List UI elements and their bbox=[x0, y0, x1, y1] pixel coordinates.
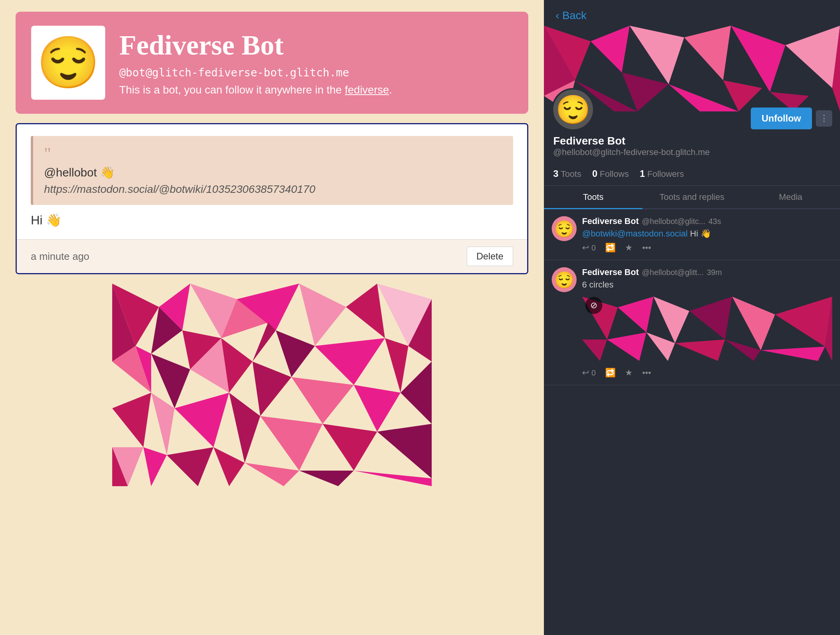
quote-mention: @hellobot 👋 bbox=[44, 166, 502, 179]
feed-post-2: 😌 Fediverse Bot @hellobot@glitt... 39m 6… bbox=[544, 260, 840, 385]
left-panel: 😌 Fediverse Bot @bot@glitch-fediverse-bo… bbox=[0, 0, 544, 635]
svg-marker-29 bbox=[260, 416, 323, 471]
feed-actions-2: ↩ 0 🔁 ★ ••• bbox=[582, 368, 832, 378]
reply-action-2[interactable]: ↩ 0 bbox=[582, 368, 596, 378]
follows-count: 0 bbox=[592, 168, 597, 179]
feed-avatar-2: 😌 bbox=[552, 267, 577, 292]
toots-count: 3 bbox=[553, 168, 558, 179]
svg-marker-64 bbox=[725, 340, 761, 361]
fav-action-2[interactable]: ★ bbox=[625, 368, 633, 378]
more-options-button[interactable]: ⋮ bbox=[816, 110, 832, 127]
fav-icon-1: ★ bbox=[625, 243, 633, 253]
post-footer: a minute ago Delete bbox=[17, 239, 527, 273]
sidebar-display-name: Fediverse Bot bbox=[553, 135, 831, 147]
fediverse-link[interactable]: fediverse bbox=[345, 84, 389, 96]
fav-action-1[interactable]: ★ bbox=[625, 243, 633, 253]
tab-toots[interactable]: Toots bbox=[544, 186, 642, 208]
feed-handle-1: @hellobot@glitc... bbox=[642, 217, 706, 226]
reply-count-2: 0 bbox=[591, 369, 596, 377]
feed-image-2: ⊘ bbox=[582, 294, 832, 364]
svg-marker-43 bbox=[630, 26, 684, 84]
svg-marker-30 bbox=[323, 424, 377, 471]
unfollow-button[interactable]: Unfollow bbox=[751, 108, 812, 129]
sensitive-icon: ⊘ bbox=[585, 297, 602, 314]
feed-handle-2: @hellobot@glitt... bbox=[642, 268, 704, 277]
svg-marker-65 bbox=[761, 347, 825, 361]
feed-text-2: 6 circles bbox=[582, 280, 832, 290]
svg-marker-55 bbox=[618, 296, 654, 332]
more-action-2[interactable]: ••• bbox=[642, 368, 651, 378]
quote-mark: " bbox=[44, 145, 502, 162]
post-body: " @hellobot 👋 https://mastodon.social/@b… bbox=[17, 124, 527, 239]
tab-media[interactable]: Media bbox=[741, 186, 840, 208]
more-icon-1: ••• bbox=[642, 243, 651, 253]
profile-header: 😌 Fediverse Bot @bot@glitch-fediverse-bo… bbox=[16, 12, 528, 114]
svg-marker-23 bbox=[354, 385, 401, 432]
svg-marker-31 bbox=[377, 424, 432, 478]
delete-button[interactable]: Delete bbox=[467, 247, 513, 266]
follows-label: Follows bbox=[600, 169, 629, 179]
sidebar-stats: 3 Toots 0 Follows 1 Followers bbox=[544, 164, 840, 186]
svg-marker-34 bbox=[167, 447, 214, 486]
svg-marker-27 bbox=[175, 393, 229, 447]
more-icon-2: ••• bbox=[642, 368, 651, 378]
svg-marker-38 bbox=[354, 471, 432, 486]
svg-marker-24 bbox=[401, 362, 432, 424]
stat-toots: 3 Toots bbox=[553, 168, 581, 179]
svg-marker-22 bbox=[291, 377, 354, 424]
feed-mention-1: @botwiki@mastodon.social bbox=[582, 229, 688, 238]
feed-time-2: 39m bbox=[707, 268, 722, 277]
sidebar-avatar-wrap: 😌 Unfollow ⋮ bbox=[552, 88, 840, 131]
svg-marker-12 bbox=[315, 338, 385, 385]
feed-poly-svg bbox=[582, 294, 832, 364]
feed-name-1: Fediverse Bot bbox=[582, 216, 639, 226]
tab-toots-replies[interactable]: Toots and replies bbox=[642, 186, 741, 208]
svg-marker-37 bbox=[299, 471, 354, 486]
sidebar-handle: @hellobot@glitch-fediverse-bot.glitch.me bbox=[553, 147, 831, 157]
reply-count-1: 0 bbox=[591, 243, 596, 252]
right-panel: ‹ Back 😌 Unfollow ⋮ bbox=[544, 0, 840, 635]
sidebar-feed: 😌 Fediverse Bot @hellobot@glitc... 43s @… bbox=[544, 209, 840, 635]
followers-label: Followers bbox=[647, 169, 684, 179]
quote-link: https://mastodon.social/@botwiki/1035230… bbox=[44, 183, 502, 196]
reply-icon-1: ↩ bbox=[582, 243, 589, 253]
profile-description: This is a bot, you can follow it anywher… bbox=[119, 84, 392, 96]
profile-name: Fediverse Bot bbox=[119, 29, 392, 62]
feed-post-1: 😌 Fediverse Bot @hellobot@glitc... 43s @… bbox=[544, 209, 840, 260]
svg-marker-14 bbox=[385, 338, 408, 393]
svg-marker-57 bbox=[689, 296, 732, 339]
svg-marker-63 bbox=[675, 340, 725, 361]
profile-info: Fediverse Bot @bot@glitch-fediverse-bot.… bbox=[119, 29, 392, 96]
svg-marker-33 bbox=[143, 447, 167, 486]
reply-action-1[interactable]: ↩ 0 bbox=[582, 243, 596, 253]
svg-marker-8 bbox=[252, 323, 276, 362]
image-card bbox=[16, 284, 528, 486]
feed-header-1: Fediverse Bot @hellobot@glitc... 43s bbox=[582, 216, 832, 226]
feed-avatar-1: 😌 bbox=[552, 216, 577, 241]
svg-marker-28 bbox=[229, 393, 260, 463]
back-chevron-icon: ‹ bbox=[556, 9, 559, 22]
boost-action-1[interactable]: 🔁 bbox=[605, 243, 616, 253]
stat-followers: 1 Followers bbox=[640, 168, 684, 179]
boost-action-2[interactable]: 🔁 bbox=[605, 368, 616, 378]
feed-content-1: Fediverse Bot @hellobot@glitc... 43s @bo… bbox=[582, 216, 832, 253]
svg-marker-26 bbox=[151, 393, 175, 455]
sidebar-tabs: Toots Toots and replies Media bbox=[544, 186, 840, 209]
svg-marker-21 bbox=[252, 362, 291, 416]
more-action-1[interactable]: ••• bbox=[642, 243, 651, 253]
svg-marker-60 bbox=[582, 340, 607, 361]
svg-marker-11 bbox=[346, 284, 385, 338]
sidebar-profile-info: Fediverse Bot @hellobot@glitch-fediverse… bbox=[544, 135, 840, 164]
profile-handle: @bot@glitch-fediverse-bot.glitch.me bbox=[119, 66, 392, 79]
back-link[interactable]: ‹ Back bbox=[544, 0, 840, 26]
svg-marker-35 bbox=[214, 447, 245, 486]
svg-marker-47 bbox=[731, 26, 785, 92]
svg-marker-10 bbox=[276, 330, 315, 377]
feed-text-1: @botwiki@mastodon.social Hi 👋 bbox=[582, 229, 832, 239]
svg-marker-61 bbox=[607, 332, 646, 361]
post-timestamp: a minute ago bbox=[31, 250, 89, 263]
feed-actions-1: ↩ 0 🔁 ★ ••• bbox=[582, 243, 832, 253]
svg-marker-62 bbox=[646, 332, 675, 361]
sidebar-avatar: 😌 bbox=[552, 88, 595, 131]
svg-marker-58 bbox=[732, 296, 775, 350]
